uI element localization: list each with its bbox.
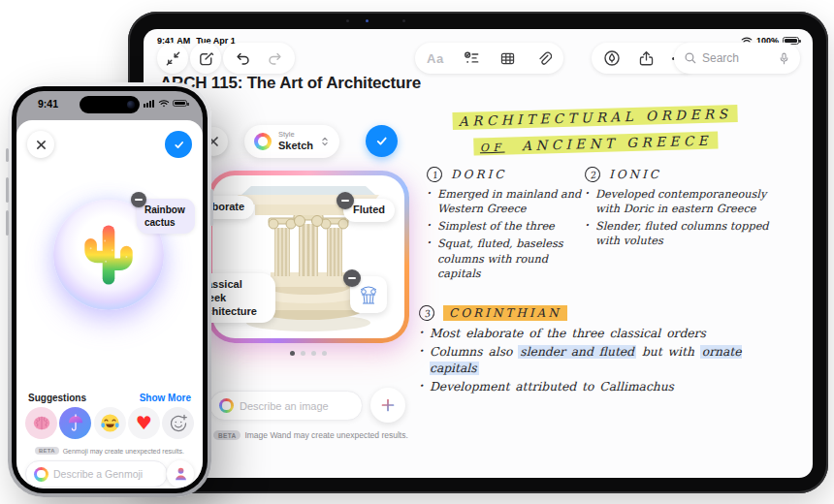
corinthian-number: 3 <box>418 304 436 323</box>
beta-text: Genmoji may create unexpected results. <box>63 448 184 455</box>
attach-button[interactable] <box>535 50 552 67</box>
power-button[interactable] <box>210 189 213 226</box>
collapse-toolbar-button[interactable] <box>157 43 188 74</box>
page-dot[interactable] <box>290 351 295 356</box>
column-sketch-icon <box>356 282 381 307</box>
ionic-number: 2 <box>584 166 602 184</box>
corinthian-bullet: Columns also slender and fluted but with… <box>419 344 760 376</box>
search-input[interactable] <box>702 51 773 65</box>
genmoji-close-button[interactable] <box>27 131 54 158</box>
undo-redo-group <box>223 43 295 74</box>
markup-button[interactable] <box>603 49 621 67</box>
tag-rainbow-cactus[interactable]: Rainbow cactus <box>137 199 195 234</box>
beta-badge: BETA <box>213 430 241 440</box>
describe-genmoji-field[interactable] <box>25 460 168 488</box>
close-icon <box>36 140 47 150</box>
describe-image-field[interactable] <box>209 391 363 421</box>
laughing-emoji-icon <box>100 413 120 433</box>
table-icon <box>499 50 516 67</box>
style-value: Sketch <box>278 140 313 152</box>
compose-icon <box>198 50 214 67</box>
ionic-section: 2IONIC Developed contemporaneously with … <box>585 167 786 252</box>
describe-genmoji-input[interactable] <box>53 468 159 480</box>
style-selector[interactable]: Style Sketch <box>244 125 339 158</box>
image-wand-confirm-button[interactable] <box>366 125 398 157</box>
dictation-mic-icon[interactable] <box>778 51 790 66</box>
beta-badge: BETA <box>35 447 59 455</box>
chevron-up-down-icon <box>320 135 330 148</box>
suggestion-chips: ♥ <box>25 407 194 439</box>
beta-text: Image Wand may create unexpected results… <box>244 430 407 440</box>
corinthian-bullet: Most elaborate of the three classical or… <box>419 326 760 341</box>
new-emoji-chip[interactable] <box>162 407 194 439</box>
doric-bullet: Emerged in mainland and Western Greece <box>427 187 582 216</box>
undo-button[interactable] <box>235 50 251 67</box>
remove-tag-icon[interactable] <box>337 192 354 209</box>
add-emoji-icon <box>169 414 188 433</box>
brain-genmoji-chip[interactable] <box>25 407 57 439</box>
stage: 9:41 AMTue Apr 1 100% <box>0 0 834 504</box>
describe-image-input[interactable] <box>240 400 353 412</box>
volume-down-button[interactable] <box>6 210 9 236</box>
remove-tag-icon[interactable] <box>131 192 146 207</box>
highlighted-phrase: slender and fluted <box>518 345 636 359</box>
collapse-icon <box>165 50 181 67</box>
add-image-button[interactable] <box>370 388 405 423</box>
page-dot[interactable] <box>301 351 305 356</box>
iphone-screen: 9:41 <box>16 91 203 488</box>
paperclip-icon <box>535 50 552 67</box>
ipad-camera-dot <box>346 19 349 22</box>
doric-bullet: Simplest of the three <box>427 219 582 234</box>
brain-icon <box>32 415 51 431</box>
cellular-signal-icon <box>144 100 154 108</box>
checkmark-icon <box>173 139 185 151</box>
search-field[interactable] <box>674 43 800 74</box>
format-text-button[interactable]: Aa <box>427 51 444 66</box>
laughing-emoji-chip[interactable] <box>94 407 126 439</box>
undo-icon <box>235 50 251 67</box>
share-icon <box>638 50 655 67</box>
table-button[interactable] <box>499 50 516 67</box>
style-swatch-icon <box>254 133 272 150</box>
checklist-button[interactable] <box>464 50 480 67</box>
people-genmoji-button[interactable] <box>167 460 194 488</box>
corinthian-title: CORINTHIAN <box>443 305 567 321</box>
action-button[interactable] <box>6 148 9 162</box>
genmoji-confirm-button[interactable] <box>165 131 192 158</box>
style-label: Style <box>278 131 313 140</box>
heading-line-1: ARCHITECTURAL ORDERS <box>453 105 738 130</box>
format-tools-group: Aa <box>415 43 563 74</box>
iphone-time: 9:41 <box>38 98 58 110</box>
apple-intelligence-icon <box>34 467 48 482</box>
heart-emoji-chip[interactable]: ♥ <box>128 407 160 439</box>
dynamic-island <box>80 96 140 113</box>
volume-up-button[interactable] <box>6 177 9 203</box>
person-icon <box>174 466 188 482</box>
checklist-icon <box>464 50 480 67</box>
suggestions-label: Suggestions <box>28 393 86 403</box>
ionic-bullet: Slender, fluted columns topped with volu… <box>585 219 786 248</box>
remove-tag-icon[interactable] <box>343 269 361 287</box>
page-dot[interactable] <box>322 351 327 356</box>
note-title: ARCH 115: The Art of Architecture <box>160 74 421 93</box>
ipad-camera-lens <box>366 19 369 22</box>
doric-number: 1 <box>426 166 444 184</box>
umbrella-genmoji-chip[interactable] <box>59 407 91 439</box>
tag-fluted[interactable]: Fluted <box>343 199 395 222</box>
umbrella-icon <box>67 414 84 432</box>
plus-icon <box>380 397 396 413</box>
redo-icon <box>267 50 283 67</box>
compose-button[interactable] <box>190 43 221 74</box>
image-wand-beta-note: BETA Image Wand may create unexpected re… <box>213 430 408 440</box>
rainbow-cactus-genmoji <box>79 220 139 290</box>
genmoji-beta-note: BETA Genmoji may create unexpected resul… <box>16 447 203 455</box>
page-dot[interactable] <box>311 351 316 356</box>
doric-bullet: Squat, fluted, baseless columns with rou… <box>427 236 582 280</box>
search-icon <box>684 51 697 65</box>
redo-button[interactable] <box>267 50 283 67</box>
page-indicator <box>208 351 409 356</box>
share-button[interactable] <box>638 50 655 67</box>
ipad-screen: 9:41 AMTue Apr 1 100% <box>144 29 813 478</box>
show-more-link[interactable]: Show More <box>140 393 191 403</box>
sketch-reference-chip[interactable] <box>350 276 387 313</box>
